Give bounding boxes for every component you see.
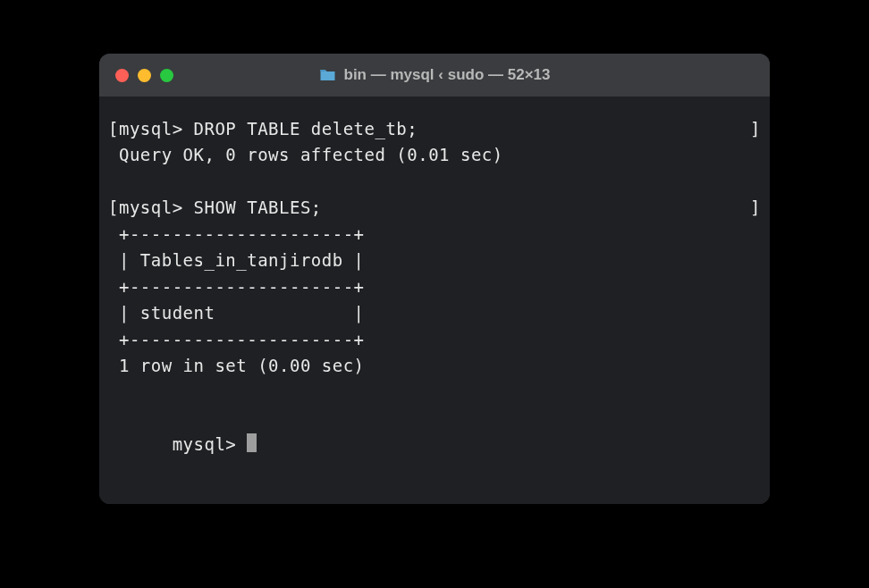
prompt-command: [mysql> DROP TABLE delete_tb; [108,116,418,142]
minimize-button[interactable] [138,69,151,82]
table-row: | student | [108,300,761,326]
blank-line [108,379,761,405]
bracket-right: ] [750,116,761,142]
maximize-button[interactable] [160,69,173,82]
terminal-body[interactable]: [mysql> DROP TABLE delete_tb; ] Query OK… [99,97,770,504]
folder-icon [319,68,337,82]
table-border: +---------------------+ [108,274,761,300]
cursor [247,433,257,452]
terminal-line: [mysql> SHOW TABLES; ] [108,195,761,221]
terminal-line: [mysql> DROP TABLE delete_tb; ] [108,116,761,142]
window-title: bin — mysql ‹ sudo — 52×13 [344,66,551,84]
prompt: mysql> [173,434,248,454]
bracket-right: ] [750,195,761,221]
blank-line [108,169,761,195]
terminal-window: bin — mysql ‹ sudo — 52×13 [mysql> DROP … [99,54,770,504]
traffic-lights [115,69,173,82]
titlebar[interactable]: bin — mysql ‹ sudo — 52×13 [99,54,770,97]
table-header: | Tables_in_tanjirodb | [108,248,761,273]
prompt-line: mysql> [108,406,761,484]
table-border: +---------------------+ [108,222,761,248]
prompt-command: [mysql> SHOW TABLES; [108,195,322,221]
table-border: +---------------------+ [108,327,761,353]
close-button[interactable] [115,69,129,82]
terminal-output: 1 row in set (0.00 sec) [108,353,761,379]
title-content: bin — mysql ‹ sudo — 52×13 [319,66,551,84]
terminal-output: Query OK, 0 rows affected (0.01 sec) [108,142,761,168]
